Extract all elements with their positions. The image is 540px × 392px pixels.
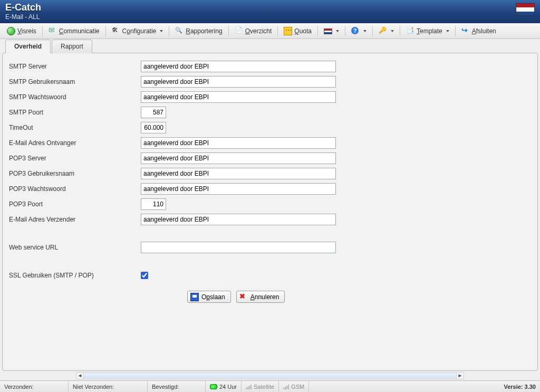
toolbar-help[interactable] [348, 25, 370, 37]
checkbox-ssl[interactable] [141, 272, 148, 279]
input-pop3-server[interactable] [141, 152, 336, 164]
button-label: Annuleren [250, 293, 279, 301]
toolbar-rapportering[interactable]: Rapportering [171, 25, 226, 37]
status-niet-verzonden: Niet Verzonden: [69, 381, 148, 392]
toolbar-overzicht[interactable]: Overzicht [231, 25, 276, 37]
toolbar-label: Afsluiten [472, 27, 496, 35]
toolbar-label: Communicatie [59, 27, 100, 35]
toolbar-language[interactable] [320, 27, 343, 36]
toolbar-label: Configuratie [122, 27, 157, 35]
chevron-down-icon [391, 30, 394, 32]
label-email-send: E-Mail Adres Verzender [8, 216, 141, 223]
led-green-icon [210, 384, 217, 389]
toolbar-separator [400, 26, 400, 36]
magnifier-icon [175, 27, 184, 35]
input-email-recv[interactable] [141, 137, 336, 149]
toolbar-separator [169, 26, 169, 36]
button-label: Opslaan [201, 293, 225, 301]
globe-icon [7, 27, 15, 35]
input-pop3-port[interactable] [141, 198, 166, 210]
tools-icon [112, 27, 120, 35]
toolbar-separator [372, 26, 373, 36]
label-pop3-pass: POP3 Wachtswoord [8, 185, 141, 193]
cancel-button[interactable]: Annuleren [236, 291, 285, 303]
content-area: Overheid Rapport SMTP Server SMTP Gebrui… [0, 39, 540, 380]
nl-flag-icon [516, 3, 535, 16]
toolbar-communicatie[interactable]: Communicatie [45, 25, 103, 37]
app-header: E-Catch E-Mail - ALL [0, 0, 540, 23]
toolbar-afsluiten[interactable]: Afsluiten [458, 25, 500, 37]
label-smtp-pass: SMTP Wachtswoord [8, 93, 141, 101]
status-24uur: 24 Uur [206, 381, 242, 392]
label-email-recv: E-Mail Adres Ontvanger [8, 139, 141, 147]
tab-bar: Overheid Rapport [2, 40, 538, 53]
cancel-icon [239, 293, 248, 301]
input-smtp-user[interactable] [141, 76, 336, 88]
toolbar-template[interactable]: Template [402, 25, 453, 37]
signal-bars-icon [283, 384, 289, 389]
status-verzonden: Verzonden: [0, 381, 69, 392]
scroll-left-icon[interactable]: ◄ [76, 372, 84, 379]
nl-flag-small-icon [324, 28, 332, 34]
toolbar-label: Visreis [17, 27, 36, 35]
label-ssl: SSL Gebruiken (SMTP / POP) [8, 272, 141, 279]
signal-bars-icon [246, 384, 252, 389]
status-satellite: Satellite [242, 381, 279, 392]
toolbar-configuratie[interactable]: Configuratie [108, 25, 167, 37]
input-email-send[interactable] [141, 214, 336, 225]
exit-icon [461, 27, 470, 35]
tab-rapport[interactable]: Rapport [52, 40, 92, 53]
toolbar-visreis[interactable]: Visreis [3, 25, 40, 37]
label-smtp-user: SMTP Gebruikersnaam [8, 78, 141, 85]
input-smtp-pass[interactable] [141, 91, 336, 103]
chevron-down-icon [160, 30, 163, 32]
chevron-down-icon [446, 30, 449, 32]
tab-overheid[interactable]: Overheid [5, 40, 51, 53]
input-web-url[interactable] [141, 242, 336, 253]
template-icon [406, 27, 414, 35]
toolbar-separator [455, 26, 456, 36]
horizontal-scrollbar[interactable]: ◄ ► [76, 372, 464, 379]
toolbar-separator [277, 26, 278, 36]
save-icon [190, 293, 199, 301]
mail-icon [49, 27, 57, 35]
label-smtp-server: SMTP Server [8, 63, 141, 70]
status-bar: Verzonden: Niet Verzonden: Bevestigd: 24… [0, 380, 540, 392]
toolbar-separator [105, 26, 106, 36]
scroll-track[interactable] [84, 372, 456, 379]
app-title: E-Catch [5, 2, 41, 13]
toolbar-key[interactable] [375, 25, 398, 37]
status-gsm: GSM [279, 381, 309, 392]
help-icon [351, 27, 360, 35]
input-smtp-server[interactable] [141, 61, 336, 72]
label-pop3-server: POP3 Server [8, 155, 141, 162]
toolbar-separator [228, 26, 229, 36]
button-row: Opslaan Annuleren [187, 291, 532, 303]
status-version: Versie: 3.30 [499, 384, 540, 390]
save-button[interactable]: Opslaan [187, 291, 231, 303]
toolbar-label: Quota [294, 27, 312, 35]
quota-icon [284, 27, 292, 35]
input-pop3-pass[interactable] [141, 183, 336, 195]
app-subtitle: E-Mail - ALL [5, 13, 41, 21]
toolbar-separator [42, 26, 43, 36]
input-timeout[interactable] [141, 122, 166, 133]
label-smtp-port: SMTP Poort [8, 109, 141, 116]
label-timeout: TimeOut [8, 124, 141, 131]
chevron-down-icon [336, 30, 339, 32]
chevron-down-icon [363, 30, 367, 32]
toolbar-label: Template [417, 27, 442, 35]
toolbar-separator [317, 26, 318, 36]
toolbar-label: Overzicht [245, 27, 272, 35]
status-bevestigd: Bevestigd: [148, 381, 206, 392]
scroll-right-icon[interactable]: ► [456, 372, 464, 379]
form-panel: SMTP Server SMTP Gebruikersnaam SMTP Wac… [2, 53, 538, 371]
input-smtp-port[interactable] [141, 107, 166, 118]
label-web-url: Web service URL [8, 244, 141, 251]
toolbar-quota[interactable]: Quota [280, 25, 315, 37]
key-icon [379, 27, 387, 35]
input-pop3-user[interactable] [141, 168, 336, 179]
document-icon [235, 27, 243, 35]
label-pop3-port: POP3 Poort [8, 200, 141, 208]
label-pop3-user: POP3 Gebruikersnaam [8, 170, 141, 177]
